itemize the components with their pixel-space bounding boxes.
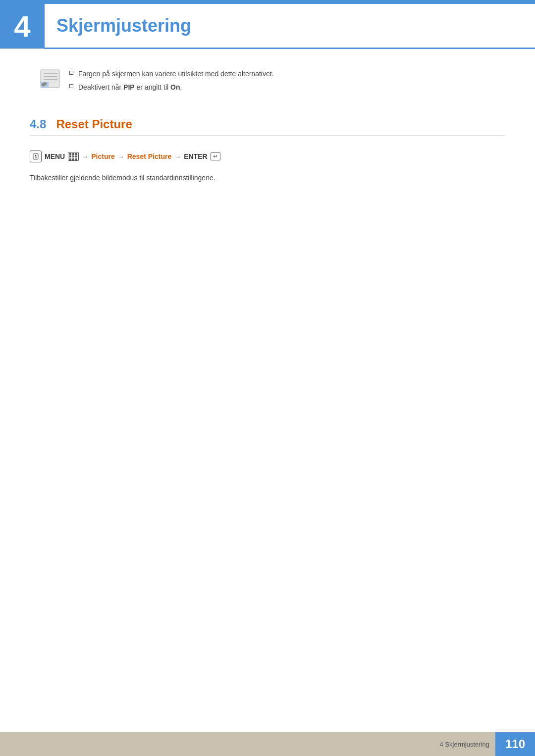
svg-point-7: [35, 155, 37, 156]
on-bold: On: [170, 83, 180, 91]
note-icon: [40, 69, 61, 89]
remote-icon: [30, 151, 42, 162]
bullet-2: [69, 84, 73, 88]
section-header: 4.8 Reset Picture: [30, 117, 505, 136]
enter-icon: ↵: [211, 152, 220, 160]
note-section: Fargen på skjermen kan variere utilsikte…: [40, 69, 505, 93]
bullet-1: [69, 71, 73, 75]
menu-item-picture: Picture: [91, 152, 114, 160]
enter-label: ENTER: [184, 152, 207, 160]
note-line-2: Deaktivert når PIP er angitt til On.: [69, 82, 274, 93]
svg-rect-8: [35, 157, 37, 157]
arrow-1: →: [82, 153, 88, 160]
chapter-header: 4 Skjermjustering: [0, 4, 535, 49]
section-title: Reset Picture: [56, 117, 132, 131]
arrow-2: →: [118, 153, 124, 160]
note-line-1: Fargen på skjermen kan variere utilsikte…: [69, 69, 274, 79]
page-footer: 4 Skjermjustering 110: [0, 732, 535, 756]
top-stripe: [0, 0, 535, 4]
footer-chapter-ref: 4 Skjermjustering: [440, 741, 495, 748]
grid-icon: [68, 152, 79, 161]
footer-page-number: 110: [495, 732, 535, 756]
chapter-number: 4: [0, 4, 45, 49]
chapter-title-area: Skjermjustering: [45, 4, 535, 49]
note-lines: Fargen på skjermen kan variere utilsikte…: [69, 69, 274, 93]
menu-path: MENU → Picture → Reset Picture → ENTER ↵: [30, 151, 505, 162]
pip-bold: PIP: [123, 83, 135, 91]
menu-item-reset-picture: Reset Picture: [127, 152, 171, 160]
note-text-2: Deaktivert når PIP er angitt til On.: [78, 82, 182, 93]
arrow-3: →: [174, 153, 181, 160]
section-number: 4.8: [30, 117, 46, 131]
description-text: Tilbakestiller gjeldende bildemodus til …: [30, 172, 505, 183]
remote-svg: [32, 153, 39, 160]
svg-rect-6: [33, 153, 38, 159]
chapter-title: Skjermjustering: [56, 15, 191, 36]
note-text-1: Fargen på skjermen kan variere utilsikte…: [78, 69, 274, 79]
menu-label: MENU: [45, 152, 65, 160]
svg-rect-9: [35, 158, 37, 158]
